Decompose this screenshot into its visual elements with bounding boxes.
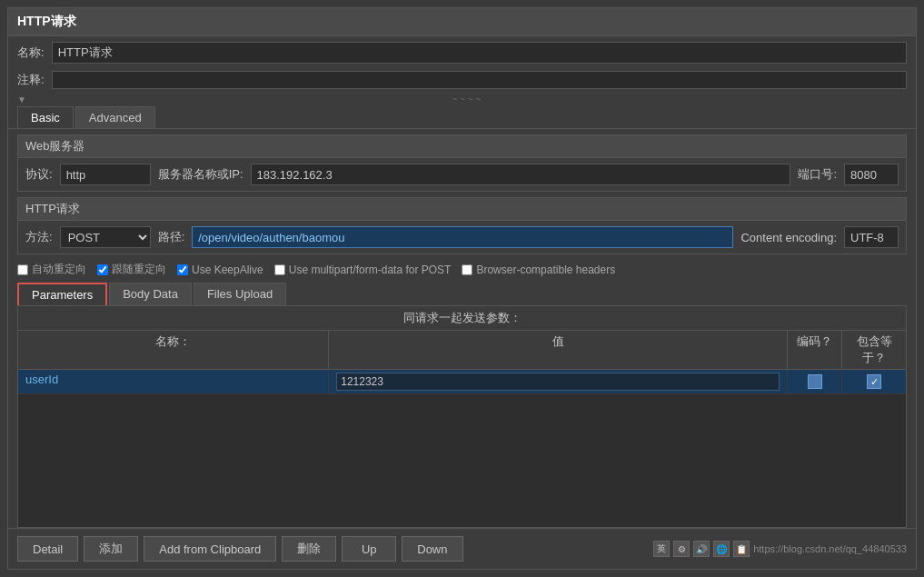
keepalive-checkbox[interactable]: Use KeepAlive: [177, 264, 263, 276]
tab-basic[interactable]: Basic: [17, 106, 74, 128]
http-request-title: HTTP请求: [18, 198, 906, 221]
browser-headers-label: Browser-compatible headers: [476, 264, 615, 276]
tab-files-upload[interactable]: Files Upload: [194, 283, 286, 305]
collapse-row: ▼ ~ ~ ~ ~: [8, 95, 916, 106]
note-input[interactable]: [52, 71, 907, 89]
tab-advanced[interactable]: Advanced: [75, 106, 155, 128]
port-label: 端口号:: [798, 166, 837, 183]
follow-redirect-checkbox[interactable]: 跟随重定向: [97, 262, 166, 277]
name-row: 名称:: [8, 36, 916, 69]
bottom-buttons: Detail 添加 Add from Clipboard 删除 Up Down …: [8, 528, 916, 569]
params-header: 同请求一起发送参数：: [18, 306, 906, 331]
table-body: userId ✓: [18, 370, 906, 527]
encoding-input[interactable]: [844, 226, 899, 248]
inner-tabs: Parameters Body Data Files Upload: [8, 281, 916, 305]
col-include: 包含等于？: [842, 331, 906, 369]
down-button[interactable]: Down: [402, 536, 462, 562]
main-tabs: Basic Advanced: [8, 106, 916, 129]
checkboxes-row: 自动重定向 跟随重定向 Use KeepAlive Use multipart/…: [8, 258, 916, 281]
status-icon-3: 🔊: [693, 541, 710, 557]
web-server-title: Web服务器: [18, 135, 906, 158]
auto-redirect-label: 自动重定向: [32, 262, 86, 277]
status-icon-1: 英: [653, 541, 670, 557]
note-label: 注释:: [17, 72, 45, 88]
tab-parameters[interactable]: Parameters: [17, 283, 107, 305]
http-request-section: HTTP请求 方法: POST GET PUT DELETE 路径: Conte…: [17, 197, 907, 254]
encoding-label: Content encoding:: [740, 231, 837, 244]
browser-headers-checkbox[interactable]: Browser-compatible headers: [462, 264, 615, 276]
protocol-label: 协议:: [25, 166, 53, 183]
params-container: 同请求一起发送参数： 名称： 值 编码？ 包含等于？ userId ✓: [17, 305, 907, 528]
name-input[interactable]: [52, 42, 907, 64]
server-input[interactable]: [251, 164, 791, 185]
title-bar: HTTP请求: [8, 8, 916, 36]
col-encode: 编码？: [788, 331, 842, 369]
status-icons: 英 ⚙ 🔊 🌐 📋 https://blog.csdn.net/qq_44840…: [653, 541, 907, 557]
multipart-checkbox[interactable]: Use multipart/form-data for POST: [274, 264, 452, 276]
row-name: userId: [18, 370, 329, 393]
up-button[interactable]: Up: [342, 536, 396, 562]
row-value-input[interactable]: [336, 373, 780, 391]
row-include[interactable]: ✓: [842, 370, 906, 393]
row-value: [329, 370, 788, 393]
protocol-input[interactable]: [60, 164, 151, 185]
follow-redirect-label: 跟随重定向: [112, 262, 166, 277]
include-checkbox[interactable]: ✓: [867, 374, 881, 389]
table-row: userId ✓: [18, 370, 906, 394]
table-header: 名称： 值 编码？ 包含等于？: [18, 331, 906, 370]
multipart-label: Use multipart/form-data for POST: [289, 264, 452, 276]
method-select[interactable]: POST GET PUT DELETE: [60, 226, 151, 248]
path-input[interactable]: [192, 226, 733, 248]
collapse-dots: ~ ~ ~ ~: [26, 95, 907, 104]
method-label: 方法:: [25, 229, 53, 245]
add-clipboard-button[interactable]: Add from Clipboard: [144, 536, 276, 562]
server-label: 服务器名称或IP:: [158, 166, 243, 183]
path-label: 路径:: [158, 229, 185, 245]
collapse-arrow[interactable]: ▼: [17, 95, 26, 104]
add-button[interactable]: 添加: [84, 536, 138, 562]
status-icon-5: 📋: [733, 541, 750, 557]
encode-checkbox[interactable]: [808, 374, 822, 389]
window-title: HTTP请求: [17, 14, 76, 28]
web-server-content: 协议: 服务器名称或IP: 端口号:: [18, 158, 906, 191]
web-server-section: Web服务器 协议: 服务器名称或IP: 端口号:: [17, 134, 907, 192]
auto-redirect-checkbox[interactable]: 自动重定向: [17, 262, 86, 277]
note-row: 注释:: [8, 69, 916, 95]
name-label: 名称:: [17, 45, 45, 61]
detail-button[interactable]: Detail: [17, 536, 78, 562]
tab-body-data[interactable]: Body Data: [109, 283, 192, 305]
col-value: 值: [329, 331, 788, 369]
status-url: https://blog.csdn.net/qq_44840533: [753, 543, 907, 554]
status-icon-2: ⚙: [673, 541, 690, 557]
delete-button[interactable]: 删除: [282, 536, 336, 562]
status-icon-4: 🌐: [713, 541, 730, 557]
col-name: 名称：: [18, 331, 329, 369]
http-request-content: 方法: POST GET PUT DELETE 路径: Content enco…: [18, 221, 906, 254]
keepalive-label: Use KeepAlive: [192, 264, 263, 276]
row-encode[interactable]: [788, 370, 842, 393]
port-input[interactable]: [844, 164, 899, 185]
